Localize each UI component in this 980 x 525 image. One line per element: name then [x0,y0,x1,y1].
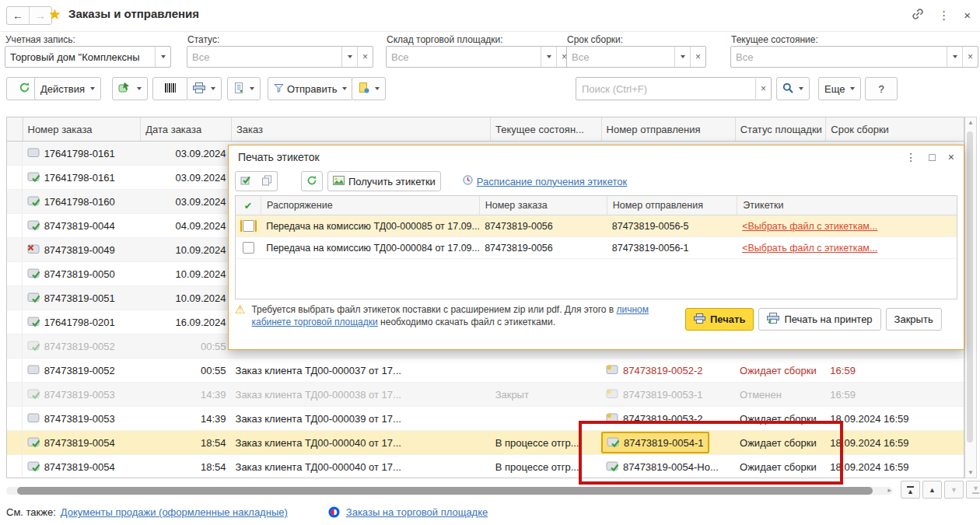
order-number-cell: 87473819-0054 [23,455,141,478]
shipment-cell-content[interactable]: 87473819-0054-1 [601,432,709,453]
marketplace-orders-link[interactable]: Заказы на торговой площадке [346,506,488,518]
filter-deadline-placeholder: Все [567,51,674,63]
table-row[interactable]: 87473819-005200:55Заказ клиента ТД00-000… [7,359,964,383]
personal-account-link-part2[interactable]: кабинете торговой площадки [251,317,377,327]
uncheck-all-button[interactable] [257,171,278,191]
current-state-cell: В процессе отгр... [491,431,601,454]
help-button[interactable]: ? [865,77,898,100]
filter-warehouse-dropdown-icon[interactable] [541,47,556,67]
header-disposal[interactable]: Распоряжение [261,196,479,215]
filter-deadline-dropdown-icon[interactable] [674,47,690,67]
horizontal-scrollbar[interactable]: ◂ ▸ [6,483,893,499]
set-status-button[interactable] [112,77,148,100]
scroll-up-icon[interactable]: ▲ [965,119,976,126]
filter-account-dropdown-icon[interactable] [155,47,170,67]
filter-state-clear-icon[interactable]: × [962,47,978,67]
go-up-button[interactable]: ▲ [922,481,942,499]
sales-documents-link[interactable]: Документы продажи (оформленные накладные… [61,506,288,518]
kebab-menu-icon[interactable]: ⋮ [938,9,950,22]
horizontal-scroll-thumb[interactable] [17,487,873,495]
choose-labels-file-link[interactable]: <Выбрать файл с этикеткам... [742,221,877,232]
table-row[interactable]: 87473819-005314:39Заказ клиента ТД00-000… [7,383,964,407]
platform-status-cell: Ожидает сборки [735,407,825,430]
nav-back-button[interactable]: ← [7,7,29,24]
header-order-date[interactable]: Дата заказа [140,117,231,141]
labels-schedule-link[interactable]: Расписание получения этикеток [463,175,627,187]
order-cell: Заказ клиента ТД00-000040 от 17... [231,431,491,454]
barcode-button[interactable] [152,77,188,100]
filter-state-label: Текущее состояние: [731,34,818,45]
search-input[interactable] [576,83,755,95]
table-row[interactable]: 87473819-005418:54Заказ клиента ТД00-000… [7,455,964,478]
dialog-menu-icon[interactable]: ⋮ [905,151,916,163]
header-labels[interactable]: Этикетки [737,196,957,215]
header-check-column[interactable]: ✔ [236,196,261,215]
header-order-number[interactable]: Номер заказа [23,117,141,141]
order-number-cell: 87473819-0053 [23,383,141,406]
print-to-printer-button[interactable]: Печать на принтер [758,308,880,331]
header-assembly-deadline[interactable]: Срок сборки [825,117,964,141]
printer-icon [193,82,205,96]
print-menu-button[interactable] [187,77,222,100]
header-shipment-number[interactable]: Номер отправления [601,117,735,141]
header-order[interactable]: Заказ [231,117,490,141]
send-button[interactable]: Отправить [268,77,353,100]
filter-state-dropdown-icon[interactable] [947,47,962,67]
filter-state-input[interactable]: Все × [730,46,978,68]
labels-table-row[interactable]: Передача на комиссию ТД00-000085 от 17.0… [236,215,957,237]
header-current-state[interactable]: Текущее состоян... [490,117,601,141]
search-options-button[interactable] [776,77,810,100]
go-first-button[interactable]: ▲ [901,481,920,499]
shipment-number-cell: 87473819-0054-Но... [601,455,735,478]
favorite-star-icon[interactable]: ★ [48,7,61,23]
vertical-scroll-thumb[interactable] [967,131,973,443]
dialog-refresh-button[interactable] [301,171,323,191]
filter-status-input[interactable]: Все × [187,46,373,68]
dialog-footer: ⚠ Требуется выбрать файл этикеток постав… [235,303,957,331]
filter-status-dropdown-icon[interactable] [341,47,357,67]
dialog-maximize-icon[interactable]: □ [929,151,935,163]
get-link-icon[interactable] [912,8,924,23]
go-down-button: ▼ [944,481,964,499]
filter-deadline-clear-icon[interactable]: × [690,47,705,67]
vertical-scrollbar[interactable]: ▲ ▼ [964,117,977,478]
order-date-cell: 16.09.2024 [140,310,230,334]
deadline-cell: 18.09.2024 16:59 [825,407,964,430]
export-button[interactable] [227,77,261,100]
more-button[interactable]: Еще [818,77,861,100]
close-button[interactable]: Закрыть [886,308,942,331]
header-order-number[interactable]: Номер заказа [479,196,607,215]
actions-button[interactable]: Действия [34,77,101,100]
labels-file-button[interactable] [352,77,386,100]
filter-deadline-input[interactable]: Все × [566,46,706,68]
labels-table-row[interactable]: Передача на комиссию ТД00-000084 от 17.0… [236,237,957,259]
window-close-icon[interactable]: × [964,9,971,22]
table-row[interactable]: 87473819-005314:39Заказ клиента ТД00-000… [7,407,964,431]
filter-warehouse-input[interactable]: Все × [386,46,572,68]
search-icon [782,82,793,96]
header-shipment-number[interactable]: Номер отправления [607,196,737,215]
send-funnel-icon [274,83,284,95]
shipment-icon [607,437,620,448]
personal-account-link-part1[interactable]: личном [617,304,649,315]
row-checkbox[interactable] [243,242,254,254]
shipment-cell-content: 87473819-0053-2 [606,413,703,425]
header-platform-status[interactable]: Статус площадки [735,117,826,141]
marketplace-ozon-icon [328,506,340,518]
print-button[interactable]: Печать [685,308,754,331]
choose-labels-file-link[interactable]: <Выбрать файл с этикеткам... [742,243,877,254]
search-field[interactable]: × [576,77,772,100]
scroll-right-icon[interactable]: ▸ [887,486,891,494]
search-clear-icon[interactable]: × [755,79,771,99]
check-all-button[interactable] [235,171,257,191]
forward-arrow-icon: → [35,9,46,22]
table-row[interactable]: 87473819-005418:54Заказ клиента ТД00-000… [7,431,964,455]
row-marker-cell [7,334,23,358]
get-labels-button[interactable]: Получить этикетки [327,171,441,191]
scroll-down-icon[interactable]: ▼ [965,469,976,476]
row-checkbox[interactable] [243,220,254,232]
shipment-cell-content: 87473819-0052-2 [606,365,703,376]
filter-account-input[interactable]: Торговый дом "Комплексны [5,46,171,68]
filter-status-clear-icon[interactable]: × [357,47,373,67]
dialog-close-icon[interactable]: × [948,151,954,163]
